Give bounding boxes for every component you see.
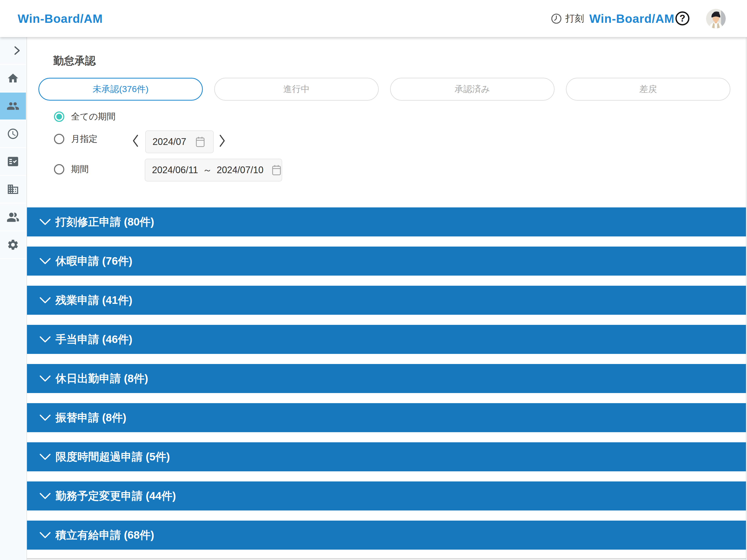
chevron-down-icon bbox=[39, 257, 51, 265]
range-end-value: 2024/07/10 bbox=[217, 165, 263, 176]
sidebar-item-home[interactable] bbox=[0, 65, 26, 92]
section-header-limit-excess[interactable]: 限度時間超過申請 (5件) bbox=[27, 442, 746, 471]
section-header-holiday-work[interactable]: 休日出勤申請 (8件) bbox=[27, 364, 746, 393]
tab-unapproved[interactable]: 未承認(376件) bbox=[38, 78, 203, 101]
tab-approved[interactable]: 承認済み bbox=[390, 78, 555, 101]
clock-icon bbox=[7, 128, 19, 140]
people-icon bbox=[6, 100, 20, 112]
page-title: 勤怠承認 bbox=[53, 54, 96, 68]
section-label: 振替申請 (8件) bbox=[55, 410, 126, 425]
bottom-divider bbox=[27, 558, 746, 559]
radio-all-period-label: 全ての期間 bbox=[71, 111, 116, 123]
radio-month-label: 月指定 bbox=[71, 133, 98, 145]
section-header-schedule-change[interactable]: 勤務予定変更申請 (44件) bbox=[27, 481, 746, 510]
radio-month[interactable]: 月指定 bbox=[54, 133, 98, 145]
range-start-value: 2024/06/11 bbox=[152, 165, 198, 176]
sidebar-item-company[interactable] bbox=[0, 176, 26, 204]
section-label: 積立有給申請 (68件) bbox=[55, 528, 154, 542]
user-avatar[interactable] bbox=[706, 9, 726, 28]
app-root: Win-Board/AM 打刻 Win-Board/AM ? bbox=[0, 0, 747, 560]
range-picker[interactable]: 2024/06/11 ～ 2024/07/10 bbox=[145, 159, 282, 182]
gear-icon bbox=[7, 239, 19, 251]
request-sections: 打刻修正申請 (80件) 休暇申請 (76件) 残業申請 (41件) 手当申請 … bbox=[27, 207, 746, 560]
section-label: 手当申請 (46件) bbox=[55, 332, 132, 347]
next-month-button[interactable] bbox=[217, 134, 227, 148]
section-label: 休暇申請 (76件) bbox=[55, 254, 132, 268]
section-header-accumulated-leave[interactable]: 積立有給申請 (68件) bbox=[27, 521, 746, 550]
product-title: Win-Board/AM bbox=[589, 0, 674, 37]
tab-returned[interactable]: 差戻 bbox=[566, 78, 730, 101]
main-content: 勤怠承認 未承認(376件) 進行中 承認済み 差戻 全ての期間 月指定 202… bbox=[26, 37, 746, 560]
section-label: 限度時間超過申請 (5件) bbox=[55, 450, 170, 464]
chevron-down-icon bbox=[39, 491, 51, 500]
sidebar-item-requests[interactable] bbox=[0, 148, 26, 176]
prev-month-button[interactable] bbox=[130, 134, 141, 148]
radio-all-period[interactable]: 全ての期間 bbox=[54, 111, 116, 123]
chevron-down-icon bbox=[39, 452, 51, 461]
range-separator: ～ bbox=[203, 164, 212, 177]
sidebar-item-schedule[interactable] bbox=[0, 120, 26, 148]
sidebar-item-members[interactable] bbox=[0, 204, 26, 231]
logo-link[interactable]: Win-Board/AM bbox=[18, 0, 103, 37]
radio-range-label: 期間 bbox=[71, 163, 89, 175]
people-alt-icon bbox=[6, 211, 20, 223]
chevron-down-icon bbox=[39, 217, 51, 226]
section-header-substitute[interactable]: 振替申請 (8件) bbox=[27, 403, 746, 432]
section-label: 勤務予定変更申請 (44件) bbox=[55, 489, 176, 503]
section-header-overtime[interactable]: 残業申請 (41件) bbox=[27, 286, 746, 315]
clock-punch-icon bbox=[550, 13, 562, 25]
chevron-down-icon bbox=[39, 374, 51, 383]
building-icon bbox=[7, 183, 19, 195]
home-icon bbox=[7, 72, 19, 84]
sidebar-item-expand[interactable] bbox=[0, 37, 26, 65]
chevron-down-icon bbox=[39, 531, 51, 539]
sidebar-nav bbox=[0, 37, 26, 560]
chevron-down-icon bbox=[39, 335, 51, 344]
radio-unselected-icon bbox=[54, 134, 64, 144]
chevron-down-icon bbox=[39, 296, 51, 304]
top-header: Win-Board/AM 打刻 Win-Board/AM ? bbox=[0, 0, 747, 37]
chevron-right-icon bbox=[11, 45, 22, 56]
section-header-allowance[interactable]: 手当申請 (46件) bbox=[27, 325, 746, 354]
section-label: 休日出勤申請 (8件) bbox=[55, 371, 148, 386]
radio-unselected-icon bbox=[54, 164, 64, 175]
month-value: 2024/07 bbox=[153, 136, 186, 147]
section-header-vacation[interactable]: 休暇申請 (76件) bbox=[27, 246, 746, 275]
tab-in-progress[interactable]: 進行中 bbox=[214, 78, 379, 101]
section-label: 打刻修正申請 (80件) bbox=[55, 215, 154, 229]
checklist-icon bbox=[7, 155, 19, 168]
calendar-icon bbox=[195, 136, 205, 148]
punch-label: 打刻 bbox=[565, 12, 584, 25]
chevron-down-icon bbox=[39, 413, 51, 422]
calendar-icon bbox=[271, 164, 282, 176]
section-label: 残業申請 (41件) bbox=[55, 293, 132, 308]
help-button[interactable]: ? bbox=[675, 11, 689, 25]
sidebar-item-approvals[interactable] bbox=[0, 92, 26, 120]
punch-button[interactable]: 打刻 bbox=[550, 0, 584, 37]
status-tabs: 未承認(376件) 進行中 承認済み 差戻 bbox=[38, 78, 730, 101]
radio-selected-icon bbox=[54, 111, 64, 122]
radio-range[interactable]: 期間 bbox=[54, 163, 89, 175]
section-header-stamp-correction[interactable]: 打刻修正申請 (80件) bbox=[27, 207, 746, 236]
sidebar-item-settings[interactable] bbox=[0, 231, 26, 259]
month-picker[interactable]: 2024/07 bbox=[145, 130, 214, 153]
